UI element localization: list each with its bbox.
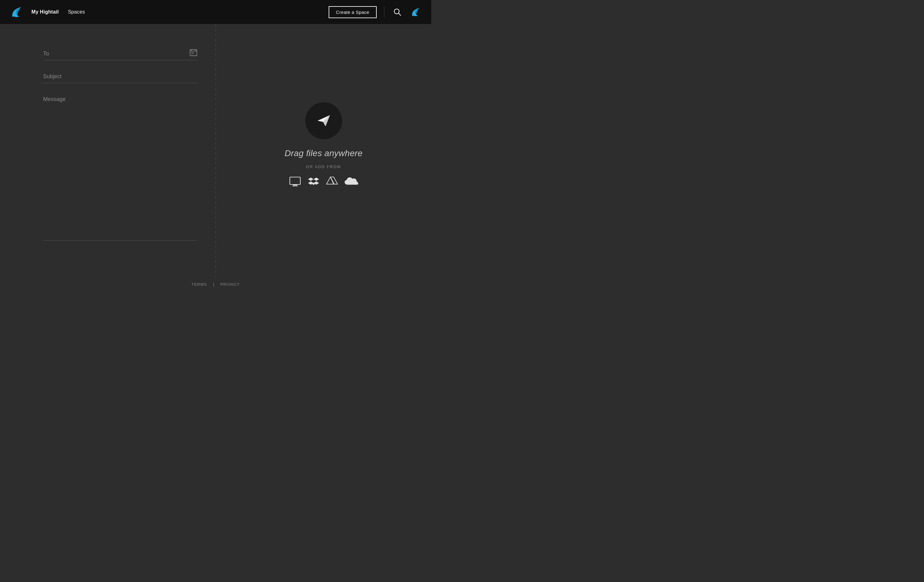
subject-field-container	[43, 71, 197, 83]
svg-line-1	[399, 13, 401, 15]
svg-rect-9	[290, 177, 300, 185]
subject-input[interactable]	[43, 71, 197, 83]
footer: TERMS | PRIVACY	[0, 277, 431, 291]
cloud-icon	[345, 176, 358, 187]
add-from-computer-button[interactable]	[289, 176, 301, 187]
send-paper-plane-icon	[315, 112, 332, 129]
add-from-google-drive-button[interactable]	[326, 176, 338, 187]
footer-divider: |	[213, 282, 214, 287]
nav-links: My Hightail Spaces	[31, 9, 328, 15]
to-input[interactable]	[43, 49, 197, 60]
hightail-logo[interactable]	[9, 5, 23, 19]
to-field-container	[43, 49, 197, 60]
main-content: Drag files anywhere OR ADD FROM	[0, 24, 431, 277]
drag-files-text: Drag files anywhere	[285, 148, 363, 158]
send-icon-circle	[305, 102, 342, 139]
message-field-container	[43, 94, 197, 125]
bottom-divider	[43, 240, 197, 241]
navbar-right: Create a Space	[328, 5, 422, 19]
dropbox-icon	[308, 176, 319, 187]
profile-icon	[410, 7, 421, 18]
nav-divider	[384, 7, 384, 18]
search-button[interactable]	[392, 7, 403, 18]
search-icon	[393, 8, 401, 16]
svg-marker-13	[308, 178, 314, 181]
add-from-dropbox-button[interactable]	[308, 176, 319, 187]
left-panel	[0, 24, 216, 277]
add-from-onedrive-button[interactable]	[345, 176, 358, 187]
create-space-button[interactable]: Create a Space	[328, 6, 377, 18]
navbar: My Hightail Spaces Create a Space	[0, 0, 431, 24]
contacts-icon[interactable]	[190, 49, 197, 58]
privacy-link[interactable]: PRIVACY	[220, 282, 239, 287]
nav-my-hightail[interactable]: My Hightail	[31, 9, 59, 15]
svg-marker-14	[314, 178, 319, 181]
message-input[interactable]	[43, 94, 197, 124]
svg-marker-18	[330, 177, 337, 184]
profile-button[interactable]	[408, 5, 422, 19]
or-add-from-text: OR ADD FROM	[306, 165, 341, 169]
right-panel: Drag files anywhere OR ADD FROM	[216, 24, 431, 277]
nav-spaces[interactable]: Spaces	[68, 9, 85, 15]
source-icons-container	[289, 176, 358, 187]
computer-icon	[289, 176, 301, 187]
terms-link[interactable]: TERMS	[191, 282, 207, 287]
google-drive-icon	[326, 176, 338, 187]
